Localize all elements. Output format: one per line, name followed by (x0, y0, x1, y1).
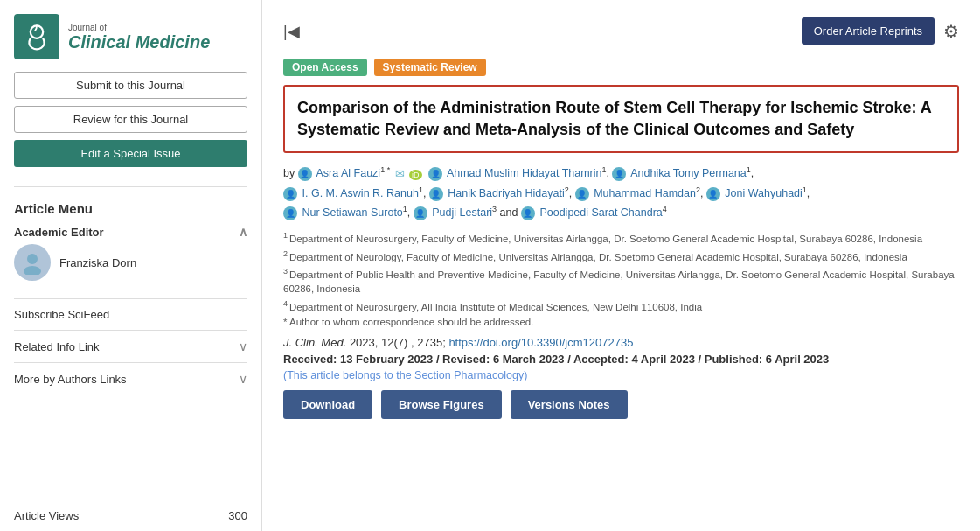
citation-volume: 12(7) (381, 336, 407, 349)
author-icon-4: 👤 (283, 187, 297, 201)
author-link-7[interactable]: Joni Wahyuhadi (725, 187, 802, 199)
author-icon-3: 👤 (612, 167, 626, 181)
affiliation-3: 3Department of Public Health and Prevent… (283, 266, 959, 296)
systematic-review-badge: Systematic Review (374, 59, 486, 76)
author-note: * Author to whom correspondence should b… (283, 317, 959, 327)
browse-figures-button[interactable]: Browse Figures (381, 390, 502, 419)
citation-article-num: , 2735; (411, 336, 448, 349)
open-access-badge: Open Access (283, 59, 367, 76)
settings-gear-icon[interactable]: ⚙ (943, 21, 959, 42)
orcid-icon-1: iD (409, 170, 422, 180)
svg-point-2 (24, 266, 41, 275)
authors-line: by 👤 Asra Al Fauzi1,* ✉ iD 👤 Ahmad Musli… (283, 164, 959, 222)
academic-editor-section: Academic Editor ∧ (14, 225, 247, 239)
affiliation-1: 1Department of Neurosurgery, Faculty of … (283, 230, 959, 246)
author-icon-7: 👤 (706, 187, 720, 201)
subscribe-scifeed-row[interactable]: Subscribe SciFeed (14, 298, 247, 330)
editor-name: Franziska Dorn (59, 256, 136, 269)
author-icon-10: 👤 (521, 206, 535, 220)
article-menu-title: Article Menu (14, 201, 247, 216)
author-link-6[interactable]: Muhammad Hamdan (594, 187, 696, 199)
sidebar: Journal of Clinical Medicine Submit to t… (0, 0, 262, 531)
download-button[interactable]: Download (283, 390, 372, 419)
author-icon-6: 👤 (575, 187, 589, 201)
by-label: by (283, 168, 298, 180)
edit-special-issue-button[interactable]: Edit a Special Issue (14, 140, 247, 167)
author-link-4[interactable]: I. G. M. Aswin R. Ranuh (302, 187, 418, 199)
related-info-chevron-icon[interactable]: ∨ (239, 339, 247, 353)
citation-year: 2023, (350, 336, 381, 349)
academic-editor-chevron-icon[interactable]: ∧ (239, 225, 247, 239)
first-page-icon[interactable]: |◀ (283, 22, 300, 41)
avatar (14, 244, 51, 281)
author-link-3[interactable]: Andhika Tomy Permana (630, 168, 746, 180)
journal-citation: J. Clin. Med. 2023, 12(7) , 2735; https:… (283, 336, 959, 349)
logo-icon (14, 14, 59, 59)
top-bar-right: Order Article Reprints ⚙ (802, 17, 959, 45)
author-link-1[interactable]: Asra Al Fauzi (316, 168, 380, 180)
article-title: Comparison of the Administration Route o… (297, 97, 945, 141)
article-views-count: 300 (228, 509, 247, 522)
affiliation-2: 2Department of Neurology, Faculty of Med… (283, 248, 959, 264)
author-link-10[interactable]: Poodipedi Sarat Chandra (539, 206, 662, 219)
and-label: and (500, 206, 521, 219)
submit-journal-button[interactable]: Submit to this Journal (14, 72, 247, 99)
svg-point-1 (27, 254, 38, 264)
author-icon-1: 👤 (298, 167, 312, 181)
envelope-icon-1: ✉ (395, 168, 405, 180)
article-title-box: Comparison of the Administration Route o… (283, 85, 959, 153)
more-by-authors-chevron-icon[interactable]: ∨ (239, 372, 247, 386)
badge-row: Open Access Systematic Review (283, 59, 959, 76)
author-link-5[interactable]: Hanik Badriyah Hidayati (448, 187, 564, 199)
affiliations: 1Department of Neurosurgery, Faculty of … (283, 230, 959, 328)
article-views-row: Article Views 300 (14, 500, 247, 531)
main-content: |◀ Order Article Reprints ⚙ Open Access … (262, 0, 980, 531)
journal-name-text: Journal of Clinical Medicine (68, 23, 210, 52)
author-icon-9: 👤 (414, 206, 427, 220)
journal-logo: Journal of Clinical Medicine (14, 14, 247, 59)
affiliation-4: 4Department of Neurosurgery, All India I… (283, 298, 959, 314)
more-by-authors-row[interactable]: More by Authors Links ∨ (14, 362, 247, 395)
related-info-link-row[interactable]: Related Info Link ∨ (14, 330, 247, 362)
action-btn-row: Download Browse Figures Versions Notes (283, 390, 959, 419)
author-icon-5: 👤 (429, 187, 443, 201)
versions-notes-button[interactable]: Versions Notes (511, 390, 628, 419)
section-note: (This article belongs to the Section Pha… (283, 369, 959, 381)
top-bar: |◀ Order Article Reprints ⚙ (283, 17, 959, 45)
order-reprints-button[interactable]: Order Article Reprints (802, 17, 935, 45)
editor-row: Franziska Dorn (14, 244, 247, 290)
doi-link[interactable]: https://doi.org/10.3390/jcm12072735 (448, 336, 633, 349)
author-link-9[interactable]: Pudji Lestari (432, 206, 492, 219)
author-icon-8: 👤 (283, 206, 297, 220)
journal-name-abbrev: J. Clin. Med. (283, 336, 346, 349)
author-icon-2: 👤 (428, 167, 442, 181)
author-link-2[interactable]: Ahmad Muslim Hidayat Thamrin (447, 168, 602, 180)
review-journal-button[interactable]: Review for this Journal (14, 106, 247, 133)
author-link-8[interactable]: Nur Setiawan Suroto (302, 206, 402, 219)
dates-line: Received: 13 February 2023 / Revised: 6 … (283, 353, 959, 366)
